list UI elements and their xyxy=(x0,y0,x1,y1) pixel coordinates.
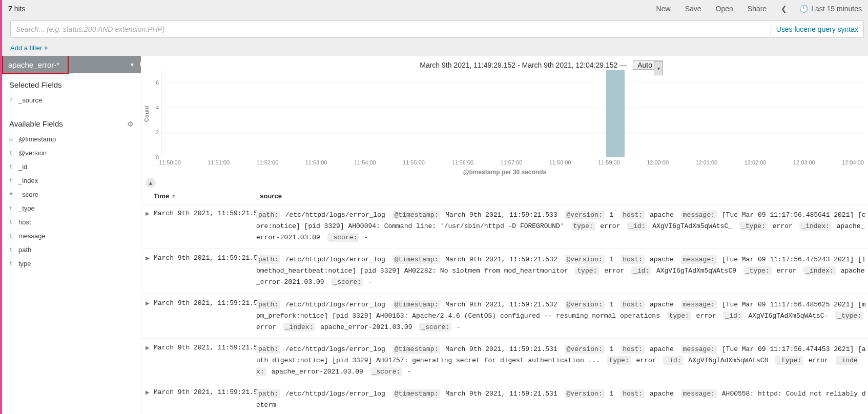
table-row: ▶March 9th 2021, 11:59:21.531path: /etc/… xyxy=(141,383,868,414)
kv-value: 1 xyxy=(606,256,617,263)
index-pattern-selector[interactable]: apache_error-* ▼ xyxy=(2,56,141,73)
kv-value: /etc/httpd/logs/error_log xyxy=(281,390,389,398)
x-tick: 12:03:00 xyxy=(793,159,815,165)
kv-value: March 9th 2021, 11:59:21.532 xyxy=(441,256,561,263)
search-input[interactable] xyxy=(10,20,771,38)
time-back-button[interactable]: ❮ xyxy=(775,0,793,17)
kv-value: apache xyxy=(646,390,677,398)
histogram-bar[interactable] xyxy=(606,70,625,157)
kv-key: @timestamp: xyxy=(392,300,441,309)
new-button[interactable]: New xyxy=(650,0,677,17)
expand-row-button[interactable]: ▶ xyxy=(141,254,154,288)
field-item[interactable]: ?_source xyxy=(2,93,141,107)
expand-row-button[interactable]: ▶ xyxy=(141,299,154,333)
add-filter-button[interactable]: Add a filter + xyxy=(10,44,48,52)
field-item[interactable]: #_score xyxy=(2,188,141,201)
sort-desc-icon: ▼ xyxy=(171,193,176,199)
expand-row-button[interactable]: ▶ xyxy=(141,388,154,411)
x-tick: 12:02:00 xyxy=(745,159,767,165)
kv-key: message: xyxy=(681,389,717,398)
field-type-icon: t xyxy=(9,260,18,267)
kv-key: message: xyxy=(681,255,717,264)
kv-key: type: xyxy=(575,266,599,275)
kv-key: _type: xyxy=(775,356,803,365)
field-item[interactable]: ◷@timestamp xyxy=(2,132,141,146)
kv-key: _score: xyxy=(419,323,451,332)
kv-key: _index: xyxy=(283,323,316,332)
search-row: Uses lucene query syntax xyxy=(2,17,868,41)
col-source-header[interactable]: _source xyxy=(256,192,282,200)
chevron-up-icon: ▲ xyxy=(148,179,154,187)
chart-y-axis: 0246 xyxy=(151,70,161,157)
add-filter-label: Add a filter xyxy=(10,44,42,52)
kv-value: 1 xyxy=(606,345,617,353)
expand-row-button[interactable]: ▶ xyxy=(141,210,154,243)
share-button[interactable]: Share xyxy=(741,0,773,17)
caret-down-icon: ▼ xyxy=(130,62,135,68)
field-name: @timestamp xyxy=(18,135,56,143)
chevron-left-icon: ❮ xyxy=(781,5,787,13)
discover-content: March 9th 2021, 11:49:29.152 - March 9th… xyxy=(141,56,868,414)
available-fields-list: ◷@timestampt@versiont_idt_index#_scoret_… xyxy=(2,132,141,276)
kv-key: _score: xyxy=(331,278,363,286)
hit-count-number: 7 xyxy=(8,5,12,13)
kv-value: error xyxy=(256,323,280,331)
kv-key: type: xyxy=(667,312,691,320)
kv-key: @timestamp: xyxy=(392,211,441,219)
field-item[interactable]: t@version xyxy=(2,146,141,160)
kv-key: @timestamp: xyxy=(392,389,441,398)
table-row: ▶March 9th 2021, 11:59:21.532path: /etc/… xyxy=(141,249,868,294)
expand-row-button[interactable]: ▶ xyxy=(141,344,154,378)
kv-value: error xyxy=(596,222,625,230)
field-item[interactable]: ttype xyxy=(2,257,141,271)
chart-plot-area[interactable] xyxy=(161,70,864,157)
chart-y-label: Count xyxy=(142,70,151,157)
field-type-icon: # xyxy=(9,191,18,198)
y-tick: 6 xyxy=(156,79,159,86)
row-time: March 9th 2021, 11:59:21.532 xyxy=(154,254,256,288)
x-tick: 11:59:00 xyxy=(598,159,620,165)
field-item[interactable]: t_id xyxy=(2,160,141,174)
field-item[interactable]: thost xyxy=(2,215,141,229)
kv-key: _score: xyxy=(327,233,360,242)
field-name: path xyxy=(18,246,31,254)
field-item[interactable]: tmessage xyxy=(2,229,141,243)
field-item[interactable]: tpath xyxy=(2,243,141,257)
kv-key: path: xyxy=(256,389,280,398)
index-pattern-label: apache_error-* xyxy=(8,60,59,69)
kv-key: @timestamp: xyxy=(392,255,441,264)
field-name: message xyxy=(18,232,46,240)
table-row: ▶March 9th 2021, 11:59:21.531path: /etc/… xyxy=(141,339,868,383)
field-type-icon: t xyxy=(9,246,18,253)
kv-value: 1 xyxy=(606,301,617,308)
documents-table-header: Time ▼ _source xyxy=(141,188,868,204)
row-source: path: /etc/httpd/logs/error_log @timesta… xyxy=(256,210,868,243)
histogram-chart[interactable]: Count 0246 xyxy=(141,70,868,157)
kv-value: error xyxy=(769,222,797,230)
field-type-icon: t xyxy=(9,163,18,170)
time-range-picker[interactable]: 🕒 Last 15 minutes xyxy=(795,0,868,17)
kv-value: error xyxy=(773,267,801,275)
kv-value: 1 xyxy=(606,390,617,398)
row-time: March 9th 2021, 11:59:21.531 xyxy=(154,388,256,411)
lucene-syntax-link[interactable]: Uses lucene query syntax xyxy=(771,20,864,38)
kv-key: _index: xyxy=(803,266,836,275)
field-name: _type xyxy=(18,204,35,212)
time-range-text: March 9th 2021, 11:49:29.152 - March 9th… xyxy=(420,61,627,69)
field-item[interactable]: t_index xyxy=(2,174,141,188)
clock-icon: 🕒 xyxy=(799,5,808,13)
field-item[interactable]: t_type xyxy=(2,201,141,215)
kv-key: _type: xyxy=(739,222,768,231)
caret-right-icon: ▶ xyxy=(146,255,150,261)
gear-icon[interactable]: ⚙ xyxy=(127,120,134,128)
kv-value: March 9th 2021, 11:59:21.531 xyxy=(441,345,561,353)
caret-right-icon: ▶ xyxy=(146,345,150,350)
save-button[interactable]: Save xyxy=(679,0,708,17)
row-time: March 9th 2021, 11:59:21.533 xyxy=(154,210,256,243)
x-tick: 12:00:00 xyxy=(647,159,669,165)
col-time-header[interactable]: Time ▼ xyxy=(154,192,256,200)
caret-right-icon: ▶ xyxy=(146,389,150,395)
open-button[interactable]: Open xyxy=(710,0,739,17)
x-tick: 11:58:00 xyxy=(549,159,571,165)
scroll-top-button[interactable]: ▲ xyxy=(146,178,156,188)
